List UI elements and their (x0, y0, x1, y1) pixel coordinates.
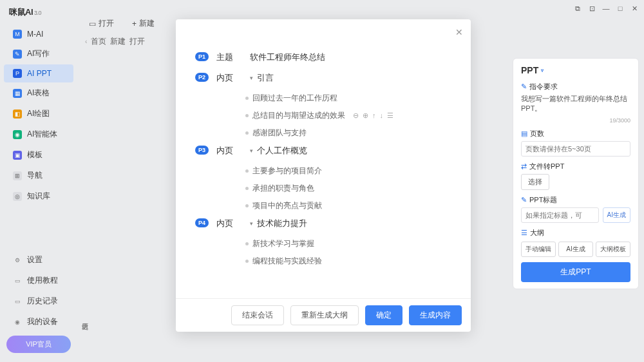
toolbar: ▭打开 +新建 (82, 15, 161, 32)
convert-icon: ⇄ (521, 162, 527, 171)
side-tab-history[interactable]: 历史记录 (79, 316, 90, 321)
folder-icon: ▭ (89, 19, 96, 28)
nav-ai-draw[interactable]: ◧AI绘图 (4, 104, 73, 124)
nav-ai-sheet[interactable]: ▦AI表格 (4, 83, 73, 103)
win-icon-2[interactable]: ⊡ (587, 4, 596, 13)
edit-icon: ✎ (521, 82, 527, 91)
sub-item[interactable]: 编程技能与实践经验 (245, 256, 451, 267)
nav-label: AI PPT (27, 69, 52, 78)
down-icon[interactable]: ↓ (380, 111, 384, 120)
modal-footer: 结束会话 重新生成大纲 确定 生成内容 (176, 298, 471, 332)
generate-ppt-button[interactable]: 生成PPT (521, 262, 630, 282)
outline-type: 主题 (216, 52, 242, 63)
plus-icon[interactable]: ⊕ (363, 111, 368, 120)
sub-items-p2: 回顾过去一年的工作历程 总结目的与期望达成的效果 ⊖ ⊕ ↑ ↓ ☰ 感谢团队与… (245, 93, 451, 138)
nav-ai-write[interactable]: ✎AI写作 (4, 44, 73, 64)
open-label: 打开 (99, 18, 114, 29)
nav-label: AI写作 (27, 48, 50, 59)
chevron-down-icon[interactable]: ▾ (250, 75, 253, 81)
win-icon-1[interactable]: ⧉ (573, 4, 582, 13)
outline-row-p4[interactable]: P4 内页 ▾技术能力提升 (195, 218, 451, 229)
outline-icon: ☰ (521, 229, 527, 237)
page-icon: ▤ (521, 129, 527, 138)
outline-template-button[interactable]: 大纲模板 (596, 242, 630, 257)
crumb-new[interactable]: 新建 (110, 36, 126, 47)
crumb-home[interactable]: 首页 (91, 36, 106, 47)
ai-gen-title-button[interactable]: AI生成 (603, 207, 630, 223)
panel-title: PPT▿ (521, 65, 630, 75)
close-icon[interactable]: ✕ (630, 4, 639, 13)
up-icon[interactable]: ↑ (372, 111, 376, 120)
nav-template[interactable]: ▣模板 (4, 145, 73, 165)
minus-icon[interactable]: ⊖ (353, 111, 359, 120)
app-logo: 咪鼠AI3.0 (0, 0, 77, 24)
nav-settings[interactable]: ⚙设置 (4, 250, 73, 270)
right-panel: PPT▿ ✎指令要求 19/3000 ▤页数 ⇄文件转PPT 选择 ✎PPT标题… (513, 58, 639, 289)
generate-content-button[interactable]: 生成内容 (409, 305, 462, 325)
ai-gen-outline-button[interactable]: AI生成 (558, 242, 593, 257)
new-button[interactable]: +新建 (126, 15, 161, 32)
outline-row-p3[interactable]: P3 内页 ▾个人工作概览 (195, 145, 451, 157)
page-badge: P1 (195, 52, 209, 61)
minimize-icon[interactable]: — (601, 4, 611, 13)
delete-icon[interactable]: ☰ (387, 111, 393, 120)
nav-label: 模板 (27, 149, 43, 160)
confirm-button[interactable]: 确定 (365, 305, 402, 325)
ppt-title-label: ✎PPT标题 (521, 195, 630, 205)
outline-title: 软件工程师年终总结 (250, 52, 451, 63)
sidebar: 咪鼠AI3.0 MM-AI ✎AI写作 PAI PPT ▦AI表格 ◧AI绘图 … (0, 0, 77, 362)
nav-history[interactable]: ▭历史记录 (4, 291, 73, 311)
breadcrumb: ‹ 首页 新建 打开 (85, 36, 145, 47)
sub-item[interactable]: 项目中的亮点与贡献 (245, 200, 451, 211)
outline-modal: ✕ P1 主题 软件工程师年终总结 P2 内页 ▾引言 回顾过去一年的工作历程 … (176, 19, 471, 332)
nav-label: 使用教程 (27, 275, 58, 286)
nav-tutorial[interactable]: ▭使用教程 (4, 271, 73, 291)
sub-item[interactable]: 总结目的与期望达成的效果 ⊖ ⊕ ↑ ↓ ☰ (245, 110, 451, 121)
crumb-open[interactable]: 打开 (129, 36, 145, 47)
outline-row-p1[interactable]: P1 主题 软件工程师年终总结 (195, 52, 451, 63)
sub-items-p3: 主要参与的项目简介 承担的职责与角色 项目中的亮点与贡献 (245, 166, 451, 211)
nav-label: 知识库 (27, 191, 50, 202)
outline-title: 技术能力提升 (257, 218, 307, 229)
sub-item[interactable]: 新技术学习与掌握 (245, 238, 451, 249)
outline-label: ☰大纲 (521, 228, 630, 238)
window-controls: ⧉ ⊡ — □ ✕ (573, 4, 639, 13)
modal-body: P1 主题 软件工程师年终总结 P2 内页 ▾引言 回顾过去一年的工作历程 总结… (176, 19, 471, 298)
pages-input[interactable] (521, 141, 630, 157)
end-session-button[interactable]: 结束会话 (231, 305, 284, 325)
modal-close-button[interactable]: ✕ (455, 27, 463, 37)
regen-outline-button[interactable]: 重新生成大纲 (290, 305, 359, 325)
nav-label: AI表格 (27, 88, 50, 99)
sub-items-p4: 新技术学习与掌握 编程技能与实践经验 (245, 238, 451, 267)
vip-button[interactable]: VIP官员 (6, 336, 71, 353)
chevron-down-icon[interactable]: ▾ (250, 220, 253, 227)
chevron-left-icon[interactable]: ‹ (85, 38, 87, 45)
req-textarea[interactable] (521, 94, 630, 116)
outline-title: 个人工作概览 (257, 145, 307, 157)
nav-m-ai[interactable]: MM-AI (4, 25, 73, 43)
title-icon: ✎ (521, 196, 527, 204)
select-file-button[interactable]: 选择 (521, 174, 549, 190)
manual-edit-button[interactable]: 手动编辑 (521, 242, 556, 257)
sub-item[interactable]: 主要参与的项目简介 (245, 166, 451, 176)
ppt-title-input[interactable] (521, 207, 599, 223)
sub-item[interactable]: 承担的职责与角色 (245, 183, 451, 194)
nav: MM-AI ✎AI写作 PAI PPT ▦AI表格 ◧AI绘图 ◉AI智能体 ▣… (0, 24, 77, 249)
page-badge: P2 (195, 73, 209, 82)
outline-row-p2[interactable]: P2 内页 ▾引言 (195, 72, 451, 84)
nav-ai-ppt[interactable]: PAI PPT (4, 64, 73, 82)
open-button[interactable]: ▭打开 (82, 15, 120, 32)
outline-title: 引言 (257, 72, 274, 84)
maximize-icon[interactable]: □ (616, 4, 625, 13)
app-name: 咪鼠AI (9, 7, 33, 17)
nav-navigate[interactable]: ⊞导航 (4, 166, 73, 186)
chevron-down-icon[interactable]: ▾ (250, 148, 253, 154)
convert-label: ⇄文件转PPT (521, 162, 630, 171)
nav-label: 历史记录 (27, 296, 58, 307)
nav-knowledge[interactable]: ◎知识库 (4, 186, 73, 206)
nav-devices[interactable]: ◉我的设备 (4, 312, 73, 332)
nav-ai-agent[interactable]: ◉AI智能体 (4, 124, 73, 144)
sub-item[interactable]: 感谢团队与支持 (245, 128, 451, 138)
sub-item[interactable]: 回顾过去一年的工作历程 (245, 93, 451, 104)
nav-label: AI智能体 (27, 129, 57, 140)
